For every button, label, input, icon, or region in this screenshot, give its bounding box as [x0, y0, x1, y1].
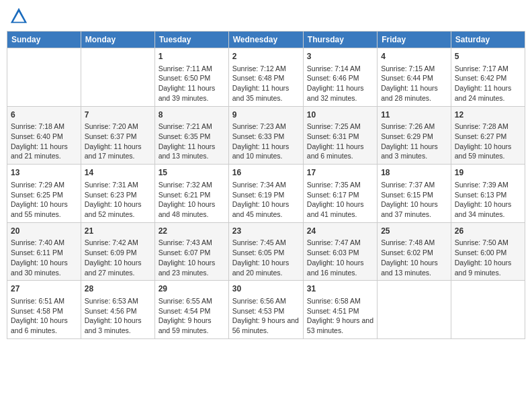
day-info: Sunrise: 7:14 AM Sunset: 6:46 PM Dayligh… [307, 64, 373, 103]
day-info: Sunrise: 7:25 AM Sunset: 6:31 PM Dayligh… [307, 122, 373, 161]
col-header-monday: Monday [81, 32, 154, 48]
col-header-thursday: Thursday [303, 32, 377, 48]
day-number: 26 [455, 226, 521, 237]
day-info: Sunrise: 7:29 AM Sunset: 6:25 PM Dayligh… [11, 180, 77, 220]
day-number: 16 [232, 167, 300, 179]
day-number: 27 [11, 283, 77, 295]
col-header-wednesday: Wednesday [228, 32, 303, 48]
day-info: Sunrise: 7:47 AM Sunset: 6:03 PM Dayligh… [307, 238, 373, 277]
day-number: 12 [455, 109, 521, 121]
calendar-cell: 13Sunrise: 7:29 AM Sunset: 6:25 PM Dayli… [7, 165, 81, 223]
calendar-cell: 1Sunrise: 7:11 AM Sunset: 6:50 PM Daylig… [154, 48, 228, 107]
day-info: Sunrise: 7:32 AM Sunset: 6:21 PM Dayligh… [159, 180, 225, 220]
col-header-sunday: Sunday [7, 32, 81, 48]
day-info: Sunrise: 7:31 AM Sunset: 6:23 PM Dayligh… [85, 180, 151, 220]
day-number: 17 [307, 167, 373, 179]
calendar-cell: 2Sunrise: 7:12 AM Sunset: 6:48 PM Daylig… [228, 48, 303, 107]
day-number: 31 [307, 283, 373, 295]
day-number: 28 [85, 283, 151, 295]
day-number: 14 [85, 167, 151, 179]
calendar-cell: 8Sunrise: 7:21 AM Sunset: 6:35 PM Daylig… [154, 106, 228, 165]
day-number: 25 [381, 226, 447, 237]
calendar-cell: 31Sunrise: 6:58 AM Sunset: 4:51 PM Dayli… [303, 281, 377, 339]
calendar-cell: 5Sunrise: 7:17 AM Sunset: 6:42 PM Daylig… [451, 48, 525, 107]
day-info: Sunrise: 6:53 AM Sunset: 4:56 PM Dayligh… [85, 296, 151, 336]
day-number: 5 [455, 51, 521, 62]
calendar-cell: 6Sunrise: 7:18 AM Sunset: 6:40 PM Daylig… [7, 106, 81, 165]
day-info: Sunrise: 6:58 AM Sunset: 4:51 PM Dayligh… [307, 296, 373, 336]
col-header-saturday: Saturday [451, 32, 525, 48]
calendar-cell: 11Sunrise: 7:26 AM Sunset: 6:29 PM Dayli… [378, 106, 451, 165]
calendar-cell [81, 48, 154, 107]
day-info: Sunrise: 7:12 AM Sunset: 6:48 PM Dayligh… [232, 64, 300, 103]
day-info: Sunrise: 7:21 AM Sunset: 6:35 PM Dayligh… [159, 122, 225, 161]
col-header-friday: Friday [378, 32, 451, 48]
calendar-cell: 29Sunrise: 6:55 AM Sunset: 4:54 PM Dayli… [154, 281, 228, 339]
calendar-cell: 25Sunrise: 7:48 AM Sunset: 6:02 PM Dayli… [378, 222, 451, 281]
day-info: Sunrise: 7:20 AM Sunset: 6:37 PM Dayligh… [85, 122, 151, 161]
calendar-cell [451, 281, 525, 339]
day-info: Sunrise: 6:51 AM Sunset: 4:58 PM Dayligh… [11, 296, 77, 336]
calendar-cell: 9Sunrise: 7:23 AM Sunset: 6:33 PM Daylig… [228, 106, 303, 165]
day-number: 22 [159, 226, 225, 237]
day-number: 23 [232, 226, 300, 237]
day-info: Sunrise: 7:45 AM Sunset: 6:05 PM Dayligh… [232, 238, 300, 277]
calendar-cell: 4Sunrise: 7:15 AM Sunset: 6:44 PM Daylig… [378, 48, 451, 107]
day-number: 29 [159, 283, 225, 295]
calendar-cell: 19Sunrise: 7:39 AM Sunset: 6:13 PM Dayli… [451, 165, 525, 223]
day-number: 21 [85, 226, 151, 237]
calendar-cell: 20Sunrise: 7:40 AM Sunset: 6:11 PM Dayli… [7, 222, 81, 281]
calendar-cell: 15Sunrise: 7:32 AM Sunset: 6:21 PM Dayli… [154, 165, 228, 223]
logo-icon [9, 7, 28, 26]
day-info: Sunrise: 7:39 AM Sunset: 6:13 PM Dayligh… [455, 180, 521, 220]
calendar-cell: 3Sunrise: 7:14 AM Sunset: 6:46 PM Daylig… [303, 48, 377, 107]
day-info: Sunrise: 7:48 AM Sunset: 6:02 PM Dayligh… [381, 238, 447, 277]
day-number: 9 [232, 109, 300, 121]
day-number: 30 [232, 283, 300, 295]
day-number: 6 [11, 109, 77, 121]
day-info: Sunrise: 7:34 AM Sunset: 6:19 PM Dayligh… [232, 180, 300, 220]
day-info: Sunrise: 7:23 AM Sunset: 6:33 PM Dayligh… [232, 122, 300, 161]
calendar-cell: 28Sunrise: 6:53 AM Sunset: 4:56 PM Dayli… [81, 281, 154, 339]
day-info: Sunrise: 7:37 AM Sunset: 6:15 PM Dayligh… [381, 180, 447, 220]
day-info: Sunrise: 7:43 AM Sunset: 6:07 PM Dayligh… [159, 238, 225, 277]
week-row-2: 6Sunrise: 7:18 AM Sunset: 6:40 PM Daylig… [7, 106, 525, 165]
day-number: 13 [11, 167, 77, 179]
day-info: Sunrise: 7:17 AM Sunset: 6:42 PM Dayligh… [455, 64, 521, 103]
calendar-cell: 10Sunrise: 7:25 AM Sunset: 6:31 PM Dayli… [303, 106, 377, 165]
calendar-cell: 16Sunrise: 7:34 AM Sunset: 6:19 PM Dayli… [228, 165, 303, 223]
day-info: Sunrise: 7:50 AM Sunset: 6:00 PM Dayligh… [455, 238, 521, 277]
logo [9, 7, 31, 26]
day-number: 8 [159, 109, 225, 121]
calendar-cell: 27Sunrise: 6:51 AM Sunset: 4:58 PM Dayli… [7, 281, 81, 339]
day-info: Sunrise: 6:56 AM Sunset: 4:53 PM Dayligh… [232, 296, 300, 336]
calendar-cell: 18Sunrise: 7:37 AM Sunset: 6:15 PM Dayli… [378, 165, 451, 223]
day-number: 2 [232, 51, 300, 62]
day-number: 24 [307, 226, 373, 237]
calendar-cell: 12Sunrise: 7:28 AM Sunset: 6:27 PM Dayli… [451, 106, 525, 165]
calendar-cell: 23Sunrise: 7:45 AM Sunset: 6:05 PM Dayli… [228, 222, 303, 281]
day-info: Sunrise: 7:40 AM Sunset: 6:11 PM Dayligh… [11, 238, 77, 277]
week-row-4: 20Sunrise: 7:40 AM Sunset: 6:11 PM Dayli… [7, 222, 525, 281]
calendar-table: SundayMondayTuesdayWednesdayThursdayFrid… [7, 31, 525, 339]
day-info: Sunrise: 7:15 AM Sunset: 6:44 PM Dayligh… [381, 64, 447, 103]
calendar-cell [7, 48, 81, 107]
header-row: SundayMondayTuesdayWednesdayThursdayFrid… [7, 32, 525, 48]
page-header [7, 7, 525, 26]
day-info: Sunrise: 7:18 AM Sunset: 6:40 PM Dayligh… [11, 122, 77, 161]
week-row-3: 13Sunrise: 7:29 AM Sunset: 6:25 PM Dayli… [7, 165, 525, 223]
calendar-cell: 14Sunrise: 7:31 AM Sunset: 6:23 PM Dayli… [81, 165, 154, 223]
week-row-5: 27Sunrise: 6:51 AM Sunset: 4:58 PM Dayli… [7, 281, 525, 339]
day-number: 7 [85, 109, 151, 121]
day-info: Sunrise: 7:35 AM Sunset: 6:17 PM Dayligh… [307, 180, 373, 220]
day-number: 1 [159, 51, 225, 62]
day-info: Sunrise: 7:26 AM Sunset: 6:29 PM Dayligh… [381, 122, 447, 161]
calendar-cell: 22Sunrise: 7:43 AM Sunset: 6:07 PM Dayli… [154, 222, 228, 281]
day-number: 4 [381, 51, 447, 62]
day-number: 15 [159, 167, 225, 179]
calendar-cell [378, 281, 451, 339]
day-number: 19 [455, 167, 521, 179]
col-header-tuesday: Tuesday [154, 32, 228, 48]
day-number: 10 [307, 109, 373, 121]
day-info: Sunrise: 6:55 AM Sunset: 4:54 PM Dayligh… [159, 296, 225, 336]
